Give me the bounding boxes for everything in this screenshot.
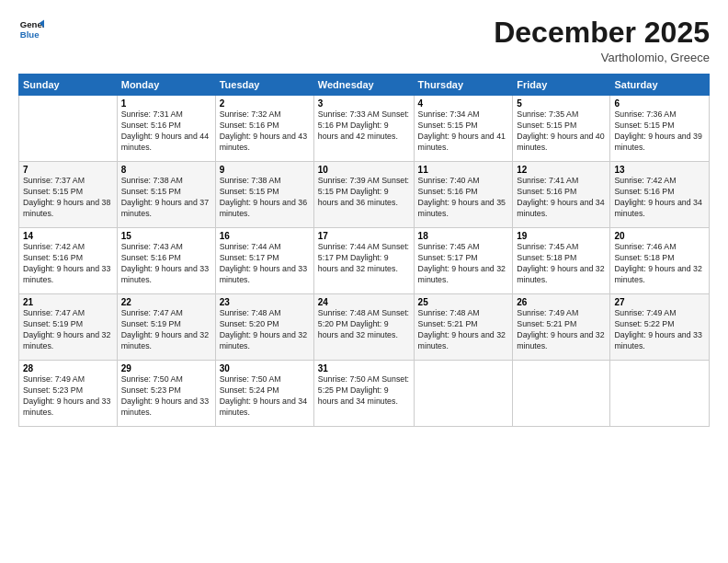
day-number: 14 — [23, 231, 113, 241]
calendar-header: Sunday Monday Tuesday Wednesday Thursday… — [19, 75, 710, 96]
day-cell: 8Sunrise: 7:38 AM Sunset: 5:15 PM Daylig… — [117, 162, 215, 228]
col-thursday: Thursday — [414, 75, 513, 96]
day-info: Sunrise: 7:36 AM Sunset: 5:15 PM Dayligh… — [614, 109, 705, 154]
col-friday: Friday — [513, 75, 610, 96]
day-info: Sunrise: 7:49 AM Sunset: 5:21 PM Dayligh… — [517, 308, 606, 352]
day-cell: 1Sunrise: 7:31 AM Sunset: 5:16 PM Daylig… — [117, 96, 215, 162]
day-cell: 9Sunrise: 7:38 AM Sunset: 5:15 PM Daylig… — [215, 162, 313, 228]
day-number: 18 — [418, 231, 509, 241]
day-number: 13 — [614, 165, 705, 175]
day-info: Sunrise: 7:41 AM Sunset: 5:16 PM Dayligh… — [517, 176, 606, 220]
day-number: 21 — [23, 297, 113, 307]
day-number: 10 — [318, 165, 410, 175]
day-info: Sunrise: 7:48 AM Sunset: 5:20 PM Dayligh… — [318, 308, 410, 341]
day-number: 25 — [418, 297, 509, 307]
day-cell: 17Sunrise: 7:44 AM Sunset: 5:17 PM Dayli… — [313, 228, 414, 294]
day-info: Sunrise: 7:40 AM Sunset: 5:16 PM Dayligh… — [418, 176, 509, 220]
col-wednesday: Wednesday — [313, 75, 414, 96]
day-cell: 15Sunrise: 7:43 AM Sunset: 5:16 PM Dayli… — [117, 228, 215, 294]
day-number: 23 — [220, 297, 310, 307]
day-info: Sunrise: 7:44 AM Sunset: 5:17 PM Dayligh… — [318, 242, 410, 275]
week-row-0: 1Sunrise: 7:31 AM Sunset: 5:16 PM Daylig… — [19, 96, 710, 162]
day-info: Sunrise: 7:32 AM Sunset: 5:16 PM Dayligh… — [220, 109, 310, 154]
svg-text:General: General — [20, 19, 44, 29]
day-number: 1 — [121, 98, 211, 109]
day-cell: 31Sunrise: 7:50 AM Sunset: 5:25 PM Dayli… — [313, 361, 414, 427]
day-number: 5 — [517, 98, 606, 109]
day-cell: 7Sunrise: 7:37 AM Sunset: 5:15 PM Daylig… — [19, 162, 118, 228]
page: General Blue December 2025 Vartholomio, … — [0, 0, 728, 563]
day-info: Sunrise: 7:42 AM Sunset: 5:16 PM Dayligh… — [23, 242, 113, 286]
title-block: December 2025 Vartholomio, Greece — [494, 17, 710, 64]
col-monday: Monday — [117, 75, 215, 96]
day-cell: 11Sunrise: 7:40 AM Sunset: 5:16 PM Dayli… — [414, 162, 513, 228]
day-cell: 26Sunrise: 7:49 AM Sunset: 5:21 PM Dayli… — [513, 294, 610, 361]
day-cell: 25Sunrise: 7:48 AM Sunset: 5:21 PM Dayli… — [414, 294, 513, 361]
day-cell: 29Sunrise: 7:50 AM Sunset: 5:23 PM Dayli… — [117, 361, 215, 427]
day-number: 27 — [614, 297, 705, 307]
day-cell: 6Sunrise: 7:36 AM Sunset: 5:15 PM Daylig… — [610, 96, 710, 162]
day-number: 15 — [121, 231, 211, 241]
day-cell: 18Sunrise: 7:45 AM Sunset: 5:17 PM Dayli… — [414, 228, 513, 294]
day-number: 2 — [220, 98, 310, 109]
day-info: Sunrise: 7:50 AM Sunset: 5:24 PM Dayligh… — [220, 374, 310, 419]
day-number: 26 — [517, 297, 606, 307]
day-cell — [19, 96, 118, 162]
week-row-3: 21Sunrise: 7:47 AM Sunset: 5:19 PM Dayli… — [19, 294, 710, 361]
day-info: Sunrise: 7:50 AM Sunset: 5:25 PM Dayligh… — [318, 374, 410, 408]
day-info: Sunrise: 7:43 AM Sunset: 5:16 PM Dayligh… — [121, 242, 211, 286]
day-cell: 23Sunrise: 7:48 AM Sunset: 5:20 PM Dayli… — [215, 294, 313, 361]
day-number: 16 — [220, 231, 310, 241]
day-number: 4 — [418, 98, 509, 109]
day-number: 24 — [318, 297, 410, 307]
day-info: Sunrise: 7:47 AM Sunset: 5:19 PM Dayligh… — [121, 308, 211, 352]
day-info: Sunrise: 7:35 AM Sunset: 5:15 PM Dayligh… — [517, 109, 606, 154]
calendar-body: 1Sunrise: 7:31 AM Sunset: 5:16 PM Daylig… — [19, 96, 710, 427]
day-cell: 24Sunrise: 7:48 AM Sunset: 5:20 PM Dayli… — [313, 294, 414, 361]
day-cell: 10Sunrise: 7:39 AM Sunset: 5:15 PM Dayli… — [313, 162, 414, 228]
day-number: 7 — [23, 165, 113, 175]
day-cell: 4Sunrise: 7:34 AM Sunset: 5:15 PM Daylig… — [414, 96, 513, 162]
day-cell: 16Sunrise: 7:44 AM Sunset: 5:17 PM Dayli… — [215, 228, 313, 294]
day-cell — [610, 361, 710, 427]
day-cell: 20Sunrise: 7:46 AM Sunset: 5:18 PM Dayli… — [610, 228, 710, 294]
day-info: Sunrise: 7:48 AM Sunset: 5:21 PM Dayligh… — [418, 308, 509, 352]
day-cell: 2Sunrise: 7:32 AM Sunset: 5:16 PM Daylig… — [215, 96, 313, 162]
svg-text:Blue: Blue — [20, 29, 40, 40]
day-cell: 28Sunrise: 7:49 AM Sunset: 5:23 PM Dayli… — [19, 361, 118, 427]
day-cell: 5Sunrise: 7:35 AM Sunset: 5:15 PM Daylig… — [513, 96, 610, 162]
day-info: Sunrise: 7:45 AM Sunset: 5:18 PM Dayligh… — [517, 242, 606, 286]
day-info: Sunrise: 7:38 AM Sunset: 5:15 PM Dayligh… — [220, 176, 310, 220]
day-cell: 27Sunrise: 7:49 AM Sunset: 5:22 PM Dayli… — [610, 294, 710, 361]
day-number: 9 — [220, 165, 310, 175]
day-info: Sunrise: 7:47 AM Sunset: 5:19 PM Dayligh… — [23, 308, 113, 352]
subtitle: Vartholomio, Greece — [494, 51, 710, 64]
day-info: Sunrise: 7:42 AM Sunset: 5:16 PM Dayligh… — [614, 176, 705, 220]
day-number: 29 — [121, 363, 211, 373]
header-row: Sunday Monday Tuesday Wednesday Thursday… — [19, 75, 710, 96]
col-sunday: Sunday — [19, 75, 118, 96]
day-info: Sunrise: 7:31 AM Sunset: 5:16 PM Dayligh… — [121, 109, 211, 154]
day-cell: 21Sunrise: 7:47 AM Sunset: 5:19 PM Dayli… — [19, 294, 118, 361]
day-info: Sunrise: 7:46 AM Sunset: 5:18 PM Dayligh… — [614, 242, 705, 286]
day-number: 30 — [220, 363, 310, 373]
day-number: 31 — [318, 363, 410, 373]
week-row-2: 14Sunrise: 7:42 AM Sunset: 5:16 PM Dayli… — [19, 228, 710, 294]
day-info: Sunrise: 7:48 AM Sunset: 5:20 PM Dayligh… — [220, 308, 310, 352]
day-info: Sunrise: 7:50 AM Sunset: 5:23 PM Dayligh… — [121, 374, 211, 419]
day-info: Sunrise: 7:49 AM Sunset: 5:22 PM Dayligh… — [614, 308, 705, 352]
day-cell: 19Sunrise: 7:45 AM Sunset: 5:18 PM Dayli… — [513, 228, 610, 294]
day-info: Sunrise: 7:34 AM Sunset: 5:15 PM Dayligh… — [418, 109, 509, 154]
day-cell: 14Sunrise: 7:42 AM Sunset: 5:16 PM Dayli… — [19, 228, 118, 294]
day-cell: 30Sunrise: 7:50 AM Sunset: 5:24 PM Dayli… — [215, 361, 313, 427]
calendar-table: Sunday Monday Tuesday Wednesday Thursday… — [18, 74, 710, 427]
day-number: 12 — [517, 165, 606, 175]
day-number: 17 — [318, 231, 410, 241]
logo-icon: General Blue — [18, 17, 44, 42]
day-info: Sunrise: 7:39 AM Sunset: 5:15 PM Dayligh… — [318, 176, 410, 209]
day-number: 22 — [121, 297, 211, 307]
day-number: 6 — [614, 98, 705, 109]
day-cell — [414, 361, 513, 427]
week-row-1: 7Sunrise: 7:37 AM Sunset: 5:15 PM Daylig… — [19, 162, 710, 228]
day-info: Sunrise: 7:37 AM Sunset: 5:15 PM Dayligh… — [23, 176, 113, 220]
